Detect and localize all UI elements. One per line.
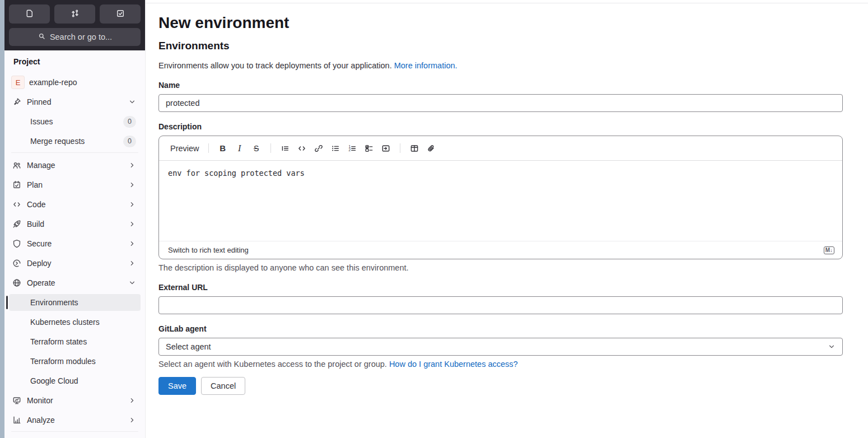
sidebar-item-build[interactable]: Build [9, 216, 141, 232]
sidebar-item-google-cloud[interactable]: Google Cloud [9, 372, 141, 389]
task-list-icon[interactable] [361, 141, 377, 156]
pin-icon [12, 97, 21, 106]
description-textarea[interactable]: env for scoping protected vars [159, 161, 842, 241]
bold-icon[interactable]: B [215, 141, 231, 156]
table-icon[interactable] [407, 141, 422, 156]
chevron-right-icon [128, 416, 136, 424]
sidebar-item-project[interactable]: E example-repo [9, 74, 141, 91]
sidebar-item-kubernetes-clusters[interactable]: Kubernetes clusters [9, 314, 141, 330]
sidebar-item-pinned[interactable]: Pinned [9, 94, 141, 110]
todo-list-shortcut-button[interactable] [100, 4, 141, 24]
sidebar-item-merge-requests[interactable]: Merge requests 0 [9, 133, 141, 150]
gitlab-agent-label: GitLab agent [158, 324, 843, 333]
markdown-toolbar: Preview B I S 12 [159, 136, 842, 161]
sidebar-item-analyze[interactable]: Analyze [9, 412, 141, 428]
chevron-right-icon [128, 161, 136, 169]
description-help-text: The description is displayed to anyone w… [158, 263, 843, 273]
issues-count-badge: 0 [123, 116, 136, 128]
sidebar-dark-header: Search or go to... [4, 0, 145, 50]
project-avatar: E [11, 76, 25, 89]
globe-icon [12, 278, 21, 287]
agent-help-text: Select an agent with Kubernetes access t… [158, 359, 843, 369]
external-url-label: External URL [158, 283, 843, 292]
sidebar-divider [11, 431, 138, 432]
window-edge-strip [0, 0, 4, 438]
chevron-right-icon [128, 397, 136, 404]
bullet-list-icon[interactable] [328, 141, 343, 156]
app-window: Search or go to... Project E example-rep… [0, 0, 868, 438]
sidebar-item-secure[interactable]: Secure [9, 235, 141, 252]
form-actions: Save Cancel [158, 377, 843, 395]
sidebar-item-terraform-states[interactable]: Terraform states [9, 333, 141, 350]
monitor-icon [12, 396, 21, 405]
chevron-right-icon [128, 240, 136, 248]
toolbar-divider [208, 143, 209, 153]
code-icon[interactable] [294, 141, 310, 156]
more-information-link[interactable]: More information. [394, 61, 458, 70]
kubernetes-access-link[interactable]: How do I grant Kubernetes access? [389, 360, 518, 369]
attach-file-icon[interactable] [423, 141, 439, 156]
external-url-input[interactable] [158, 296, 843, 314]
search-placeholder: Search or go to... [50, 32, 112, 41]
main-content: New environment Environments Environment… [146, 0, 868, 438]
merge-request-icon [71, 9, 80, 20]
sidebar-item-issues[interactable]: Issues 0 [9, 113, 141, 130]
search-input[interactable]: Search or go to... [9, 28, 141, 46]
svg-text:2: 2 [348, 148, 351, 152]
shield-icon [12, 239, 21, 248]
chevron-down-icon [828, 343, 836, 351]
todo-checkmark-icon [116, 9, 125, 20]
markdown-icon: M↓ [824, 246, 834, 254]
project-section-label: Project [9, 56, 141, 67]
chevron-right-icon [128, 220, 136, 228]
save-button[interactable]: Save [158, 377, 196, 395]
agent-select[interactable]: Select agent [158, 338, 843, 356]
chevron-right-icon [128, 259, 136, 267]
issues-icon [25, 9, 34, 20]
sidebar-item-deploy[interactable]: Deploy [9, 255, 141, 272]
blockquote-icon[interactable] [277, 141, 293, 156]
sidebar-item-operate[interactable]: Operate [9, 274, 141, 291]
name-input[interactable] [158, 94, 843, 112]
collapsible-section-icon[interactable] [378, 141, 394, 156]
sidebar-item-plan[interactable]: Plan [9, 176, 141, 193]
section-heading: Environments [158, 39, 843, 53]
deploy-icon [12, 259, 21, 268]
sidebar-nav: Project E example-repo Pinned Issues 0 M… [4, 50, 145, 438]
chevron-right-icon [128, 181, 136, 189]
link-icon[interactable] [311, 141, 326, 156]
switch-to-rich-text-button[interactable]: Switch to rich text editing [168, 246, 249, 254]
sidebar-item-terraform-modules[interactable]: Terraform modules [9, 353, 141, 370]
chart-icon [12, 416, 21, 425]
users-icon [12, 161, 21, 170]
intro-text: Environments allow you to track deployme… [158, 60, 843, 71]
name-label: Name [158, 81, 843, 90]
strikethrough-icon[interactable]: S [249, 141, 264, 156]
sidebar-item-monitor[interactable]: Monitor [9, 392, 141, 409]
content-top-border [146, 0, 868, 3]
shortcut-row [9, 4, 141, 24]
rocket-icon [12, 220, 21, 229]
cancel-button[interactable]: Cancel [201, 377, 245, 395]
chevron-right-icon [128, 201, 136, 208]
sidebar-divider [11, 152, 138, 153]
chevron-down-icon [128, 98, 136, 106]
project-name: example-repo [29, 78, 136, 87]
toolbar-divider [270, 143, 271, 153]
issues-shortcut-button[interactable] [9, 4, 50, 24]
merge-requests-shortcut-button[interactable] [54, 4, 95, 24]
sidebar-item-code[interactable]: Code [9, 196, 141, 213]
calendar-icon [12, 180, 21, 189]
sidebar-item-manage[interactable]: Manage [9, 157, 141, 174]
code-brackets-icon [12, 200, 21, 209]
ordered-list-icon[interactable]: 12 [344, 141, 360, 156]
agent-select-value: Select agent [166, 342, 211, 351]
page-title: New environment [158, 13, 843, 32]
sidebar-item-environments[interactable]: Environments [9, 294, 141, 311]
merge-requests-count-badge: 0 [123, 136, 136, 147]
italic-icon[interactable]: I [232, 141, 248, 156]
markdown-editor: Preview B I S 12 env f [158, 136, 843, 259]
editor-footer: Switch to rich text editing M↓ [159, 241, 842, 259]
preview-button[interactable]: Preview [167, 144, 203, 153]
description-label: Description [158, 122, 843, 131]
